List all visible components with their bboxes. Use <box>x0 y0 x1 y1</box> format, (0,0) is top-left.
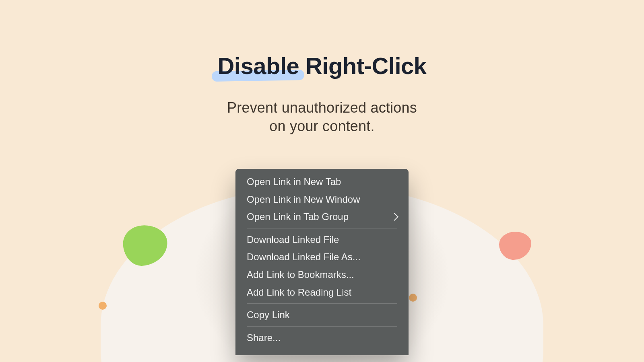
chevron-right-icon <box>390 213 398 221</box>
menu-item-download-linked-file-as[interactable]: Download Linked File As... <box>235 248 409 266</box>
menu-item-label: Open Link in New Window <box>247 194 360 205</box>
menu-item-open-link-new-window[interactable]: Open Link in New Window <box>235 191 409 208</box>
menu-item-share[interactable]: Share... <box>235 329 409 347</box>
menu-item-copy-link[interactable]: Copy Link <box>235 306 409 324</box>
page-headline: Disable Right-Click <box>217 52 426 79</box>
menu-item-label: Open Link in New Tab <box>247 176 341 187</box>
menu-separator <box>247 326 397 327</box>
background-blob-coral <box>499 232 531 260</box>
menu-separator <box>247 303 397 304</box>
menu-item-label: Copy Link <box>247 309 290 321</box>
hero-canvas: Disable Right-Click Prevent unauthorized… <box>0 0 644 362</box>
menu-item-label: Download Linked File As... <box>247 251 361 263</box>
menu-separator <box>247 228 397 228</box>
menu-item-open-link-new-tab[interactable]: Open Link in New Tab <box>235 173 409 191</box>
menu-item-label: Download Linked File <box>247 234 339 245</box>
menu-item-label: Open Link in Tab Group <box>247 211 349 222</box>
background-dot-orange-right <box>409 294 417 302</box>
menu-item-open-link-tab-group[interactable]: Open Link in Tab Group <box>235 208 409 226</box>
menu-item-label: Add Link to Reading List <box>247 287 351 298</box>
page-subtitle: Prevent unauthorized actions on your con… <box>0 99 644 136</box>
subtitle-line-2: on your content. <box>269 118 374 134</box>
context-menu: Open Link in New Tab Open Link in New Wi… <box>235 169 409 355</box>
menu-item-label: Add Link to Bookmarks... <box>247 269 354 280</box>
menu-item-label: Share... <box>247 332 281 343</box>
menu-item-add-link-to-bookmarks[interactable]: Add Link to Bookmarks... <box>235 266 409 284</box>
subtitle-line-1: Prevent unauthorized actions <box>227 99 417 116</box>
menu-item-download-linked-file[interactable]: Download Linked File <box>235 231 409 249</box>
menu-item-add-link-to-reading-list[interactable]: Add Link to Reading List <box>235 284 409 301</box>
background-dot-orange-left <box>99 302 107 310</box>
